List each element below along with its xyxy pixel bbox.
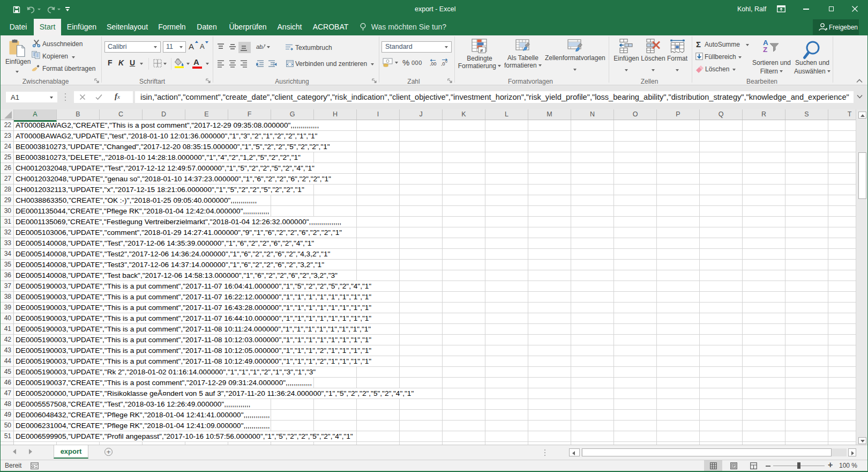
svg-text:ab: ab (256, 43, 263, 50)
svg-text:,00: ,00 (430, 61, 437, 66)
svg-text:≠: ≠ (480, 47, 483, 54)
svg-text:,0: ,0 (441, 61, 445, 66)
